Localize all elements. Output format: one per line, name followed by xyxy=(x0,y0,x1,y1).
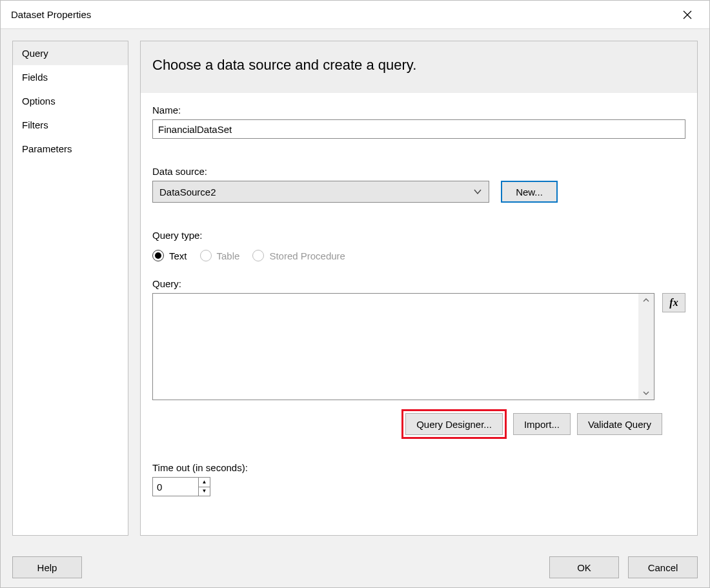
dialog-body: Query Fields Options Filters Parameters … xyxy=(1,29,709,547)
scroll-down-icon xyxy=(642,389,650,397)
spinner-down-icon[interactable]: ▼ xyxy=(199,487,210,496)
new-data-source-button[interactable]: New... xyxy=(501,181,558,203)
panel-heading: Choose a data source and create a query. xyxy=(141,41,697,93)
data-source-label: Data source: xyxy=(152,166,685,177)
sidebar-item-label: Query xyxy=(22,48,48,59)
fx-icon: fx xyxy=(669,297,678,309)
timeout-value[interactable]: 0 xyxy=(153,478,198,496)
timeout-spinner[interactable]: 0 ▲ ▼ xyxy=(152,477,210,496)
help-button[interactable]: Help xyxy=(12,556,82,578)
timeout-label: Time out (in seconds): xyxy=(152,462,685,473)
query-textarea[interactable] xyxy=(152,293,654,400)
query-designer-button[interactable]: Query Designer... xyxy=(405,413,503,435)
cancel-button[interactable]: Cancel xyxy=(628,556,698,578)
expression-button[interactable]: fx xyxy=(662,293,685,312)
data-source-value: DataSource2 xyxy=(159,187,473,198)
name-label: Name: xyxy=(152,105,685,116)
radio-stored-procedure: Stored Procedure xyxy=(252,250,345,261)
data-source-select[interactable]: DataSource2 xyxy=(152,181,489,203)
radio-circle-icon xyxy=(252,250,264,261)
ok-button[interactable]: OK xyxy=(549,556,619,578)
validate-query-button[interactable]: Validate Query xyxy=(577,413,662,435)
close-icon xyxy=(683,10,692,19)
highlight-annotation: Query Designer... xyxy=(401,409,507,439)
radio-label: Stored Procedure xyxy=(269,250,345,261)
radio-label: Text xyxy=(169,250,187,261)
sidebar-item-filters[interactable]: Filters xyxy=(13,113,128,137)
sidebar-item-label: Fields xyxy=(22,72,48,83)
scroll-up-icon xyxy=(642,296,650,304)
name-input[interactable] xyxy=(152,119,685,139)
spinner-arrows[interactable]: ▲ ▼ xyxy=(198,478,210,496)
radio-circle-icon xyxy=(200,250,212,261)
window-title: Dataset Properties xyxy=(11,9,674,20)
main-content: Name: Data source: DataSource2 New... xyxy=(141,93,697,535)
sidebar-item-parameters[interactable]: Parameters xyxy=(13,137,128,161)
radio-circle-icon xyxy=(152,250,164,261)
spinner-up-icon[interactable]: ▲ xyxy=(199,478,210,487)
query-label: Query: xyxy=(152,278,685,289)
chevron-down-icon xyxy=(473,187,482,196)
titlebar: Dataset Properties xyxy=(1,1,709,29)
sidebar-item-label: Filters xyxy=(22,119,48,130)
sidebar-item-label: Parameters xyxy=(22,143,72,154)
radio-dot-icon xyxy=(155,252,161,259)
sidebar-item-query[interactable]: Query xyxy=(13,41,128,65)
dialog-footer: Help OK Cancel xyxy=(1,547,709,587)
radio-text[interactable]: Text xyxy=(152,250,187,261)
main-panel: Choose a data source and create a query.… xyxy=(140,41,698,536)
radio-table: Table xyxy=(200,250,240,261)
radio-label: Table xyxy=(217,250,240,261)
close-button[interactable] xyxy=(674,5,700,25)
dialog-window: Dataset Properties Query Fields Options … xyxy=(0,0,710,588)
sidebar-item-options[interactable]: Options xyxy=(13,89,128,113)
query-type-label: Query type: xyxy=(152,230,685,241)
sidebar-item-fields[interactable]: Fields xyxy=(13,65,128,89)
query-scrollbar[interactable] xyxy=(638,294,654,400)
sidebar-item-label: Options xyxy=(22,96,56,106)
query-type-group: Text Table Stored Procedure xyxy=(152,250,685,261)
import-button[interactable]: Import... xyxy=(513,413,571,435)
sidebar: Query Fields Options Filters Parameters xyxy=(12,41,128,536)
